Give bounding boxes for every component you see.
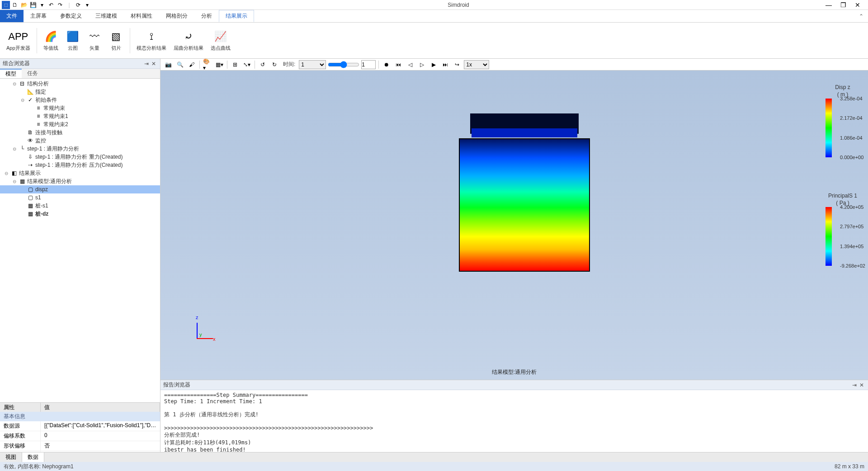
tab-material[interactable]: 材料属性	[124, 10, 159, 22]
report-content[interactable]: ================Step Summary============…	[160, 390, 868, 452]
ribbon-vector[interactable]: 〰矢量	[85, 29, 104, 52]
rotate-right-icon[interactable]: ↻	[269, 60, 279, 69]
colormap-icon[interactable]: ▦▾	[214, 60, 224, 69]
tree-toggle-icon[interactable]: ⊖	[12, 81, 17, 86]
close-panel-icon[interactable]: ✕	[150, 60, 157, 67]
undo-icon[interactable]: ↶	[47, 1, 55, 9]
goto-end-icon[interactable]: ⏭	[440, 60, 450, 69]
tree-node[interactable]: ≡常规约束1	[0, 112, 160, 120]
tree-item-label: dispz	[35, 186, 48, 193]
select-icon[interactable]: ⤡▾	[242, 60, 252, 69]
pin-icon[interactable]: ⇥	[143, 60, 150, 67]
tree-node[interactable]: ▢dispz	[0, 185, 160, 193]
minimize-button[interactable]: —	[826, 2, 832, 8]
time-label: 时间:	[283, 61, 295, 68]
loop-icon[interactable]: ↪	[452, 60, 462, 69]
step-back-icon[interactable]: ◁	[405, 60, 415, 69]
refresh-icon[interactable]: ⟳	[74, 1, 82, 9]
collapse-ribbon-icon[interactable]: ⌃	[854, 10, 868, 22]
tab-analysis[interactable]: 分析	[194, 10, 219, 22]
prop-val: 0	[41, 431, 160, 441]
ribbon-app-dev[interactable]: APPApp开发器	[4, 29, 33, 52]
tab-params[interactable]: 参数定义	[53, 10, 89, 22]
frame-input[interactable]	[361, 60, 376, 69]
tree-node[interactable]: ⊖✓初始条件	[0, 96, 160, 104]
report-pin-icon[interactable]: ⇥	[851, 382, 858, 389]
ribbon-pointcurve[interactable]: 📈选点曲线	[208, 29, 233, 52]
tree-node[interactable]: ▦桩-s1	[0, 202, 160, 210]
open-icon[interactable]: 📂	[20, 1, 28, 9]
grid-icon[interactable]: ⊞	[230, 60, 240, 69]
modal-icon: ⟟	[144, 29, 159, 44]
save-dropdown-icon[interactable]: ▾	[38, 1, 46, 9]
tree-node[interactable]: ⊖▦结果模型:通用分析	[0, 177, 160, 185]
close-button[interactable]: ✕	[854, 2, 861, 8]
step-forward-icon[interactable]: ▶	[429, 60, 439, 69]
separator-icon: |	[65, 1, 73, 9]
bottom-tab-view[interactable]: 视图	[0, 452, 22, 462]
ribbon-contour[interactable]: 🌈等值线	[41, 29, 61, 52]
tree-node[interactable]: ▦桩-dz	[0, 210, 160, 218]
ribbon-slice[interactable]: ▧切片	[106, 29, 126, 52]
tree-toggle-icon[interactable]: ⊖	[12, 179, 17, 184]
viewport[interactable]: z x y Disp z( m )3.258e-042.172e-041.086…	[160, 71, 868, 380]
panel-tab-task[interactable]: 任务	[22, 69, 43, 78]
record-icon[interactable]: ⏺	[382, 60, 392, 69]
step-select[interactable]: 1	[299, 60, 326, 69]
ribbon-buckle[interactable]: ⤾屈曲分析结果	[171, 29, 206, 52]
prop-row[interactable]: 形状偏移否	[0, 441, 160, 451]
tree-item-label: step-1 : 通用静力分析 压力(Created)	[35, 161, 123, 169]
tree-node[interactable]: 👁监控	[0, 137, 160, 145]
tree-toggle-icon[interactable]: ⊖	[12, 146, 17, 151]
tree-node[interactable]: ⊖└step-1 : 通用静力分析	[0, 145, 160, 153]
tree-item-icon: ✓	[27, 97, 33, 103]
tree-item-label: s1	[35, 194, 41, 201]
prop-row[interactable]: 数据源[{"DataSet":["Cut-Solid1","Fusion-Sol…	[0, 421, 160, 431]
prop-key: 形状偏移	[0, 441, 41, 451]
maximize-button[interactable]: ❐	[840, 2, 846, 8]
tab-results[interactable]: 结果展示	[219, 10, 254, 22]
goto-start-icon[interactable]: ⏮	[393, 60, 403, 69]
tree-node[interactable]: ≡常规约束	[0, 104, 160, 112]
clear-icon[interactable]: 🖌	[187, 60, 197, 69]
legend-tick: 1.086e-04	[840, 135, 863, 141]
time-slider[interactable]	[328, 60, 359, 69]
play-icon[interactable]: ▷	[417, 60, 427, 69]
tab-mesh[interactable]: 网格剖分	[159, 10, 194, 22]
report-close-icon[interactable]: ✕	[858, 382, 865, 389]
tree-node[interactable]: 📐指定	[0, 88, 160, 96]
tree-item-icon: 🗎	[27, 129, 33, 136]
tree-node[interactable]: ⊖◧结果展示	[0, 169, 160, 177]
prop-row[interactable]: 偏移系数0	[0, 431, 160, 441]
save-icon[interactable]: 💾	[29, 1, 37, 9]
zoom-extents-icon[interactable]: 🔍	[175, 60, 185, 69]
tab-home[interactable]: 主屏幕	[24, 10, 53, 22]
palette-icon[interactable]: 🎨▾	[203, 60, 212, 69]
file-menu[interactable]: 文件	[0, 10, 24, 22]
tree-node[interactable]: ⇩step-1 : 通用静力分析 重力(Created)	[0, 153, 160, 161]
tree-toggle-icon[interactable]: ⊖	[20, 98, 25, 103]
panel-tab-model[interactable]: 模型	[0, 69, 22, 78]
new-icon[interactable]: 🗋	[11, 1, 19, 9]
speed-select[interactable]: 1x	[464, 60, 489, 69]
model-tree[interactable]: ⊖⊟结构分析📐指定⊖✓初始条件≡常规约束≡常规约束1≡常规约束2🗎连接与接触👁监…	[0, 79, 160, 402]
qat-dropdown-icon[interactable]: ▾	[83, 1, 91, 9]
tree-item-label: step-1 : 通用静力分析	[27, 145, 79, 153]
cloud-icon: 🟦	[66, 29, 80, 44]
redo-icon[interactable]: ↷	[56, 1, 64, 9]
bottom-tab-data[interactable]: 数据	[22, 452, 44, 462]
tree-node[interactable]: 🗎连接与接触	[0, 128, 160, 137]
tree-node[interactable]: ⇢step-1 : 通用静力分析 压力(Created)	[0, 161, 160, 169]
tree-item-icon: ⊟	[19, 80, 25, 87]
camera-icon[interactable]: 📷	[163, 60, 173, 69]
tree-toggle-icon[interactable]: ⊖	[4, 171, 9, 176]
tab-3dmodel[interactable]: 三维建模	[89, 10, 124, 22]
tree-node[interactable]: ⊖⊟结构分析	[0, 80, 160, 88]
tree-node[interactable]: ≡常规约束2	[0, 120, 160, 128]
tree-node[interactable]: ▢s1	[0, 193, 160, 202]
contour-icon: 🌈	[43, 29, 58, 44]
ribbon-modal[interactable]: ⟟模态分析结果	[134, 29, 169, 52]
prop-hdr-attr: 属性	[0, 403, 41, 412]
ribbon-cloud[interactable]: 🟦云图	[63, 29, 83, 52]
rotate-left-icon[interactable]: ↺	[258, 60, 268, 69]
